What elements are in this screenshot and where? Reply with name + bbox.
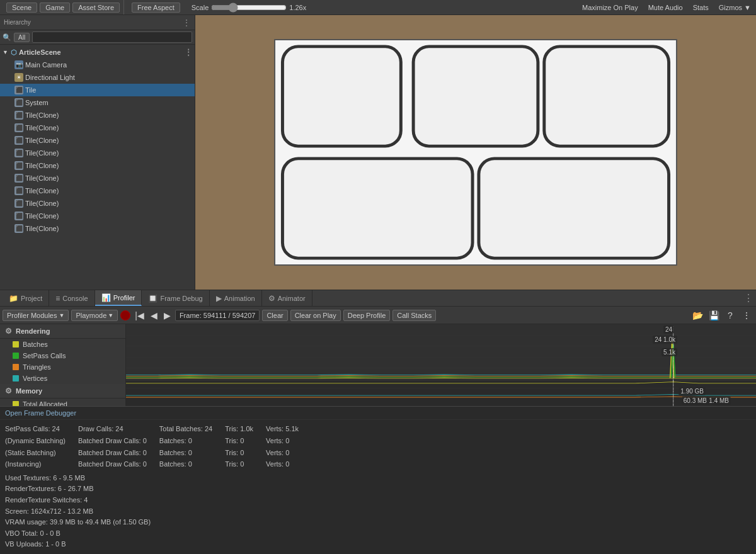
tab-animation[interactable]: ▶ Animation	[210, 290, 262, 306]
hierarchy-item-tile-clone-5[interactable]: ⬛ Tile(Clone)	[0, 159, 195, 172]
tab-console-label: Console	[62, 295, 88, 302]
tab-project[interactable]: 📁 Project	[3, 290, 49, 306]
clear-on-play-btn[interactable]: Clear on Play	[290, 310, 341, 321]
profiler-toolbar: Profiler Modules ▼ Playmode ▼ |◀ ◀ ▶ Fra…	[0, 307, 756, 324]
rendering-section-header[interactable]: ⚙ Rendering	[0, 324, 125, 339]
scene-arrow-icon: ▼	[3, 49, 9, 55]
hierarchy-item-directional-light[interactable]: ☀ Directional Light	[0, 71, 195, 84]
asset-store-btn[interactable]: Asset Store	[72, 3, 120, 13]
hierarchy-item-main-camera[interactable]: 📷 Main Camera	[0, 59, 195, 71]
memory-section-header[interactable]: ⚙ Memory	[0, 384, 125, 399]
hierarchy-menu-icon[interactable]: ⋮	[182, 18, 191, 28]
call-stacks-btn[interactable]: Call Stacks	[392, 310, 436, 321]
render-textures-stat: RenderTextures: 6 - 26.7 MB	[5, 483, 751, 495]
batches-stat-0c: Batches: 0	[159, 459, 212, 470]
hierarchy-search-input[interactable]	[32, 31, 192, 43]
hierarchy-content: ▼ ⬡ ArticleScene ⋮ 📷 Main Camera ☀ Direc…	[0, 45, 195, 290]
camera-icon: 📷	[14, 60, 23, 69]
profiler-modules-btn[interactable]: Profiler Modules ▼	[3, 310, 69, 321]
stats-col-setpass: SetPass Calls: 24 (Dynamic Batching) (St…	[5, 424, 66, 470]
label-60mb-value: 60.3 MB	[684, 397, 707, 404]
rendering-triangles-item: Triangles	[0, 361, 125, 373]
gizmos-btn[interactable]: Gizmos ▼	[716, 3, 753, 13]
tris-stat: Tris: 1.0k	[225, 424, 253, 435]
hierarchy-item-tile-clone-7[interactable]: ⬛ Tile(Clone)	[0, 184, 195, 197]
hierarchy-label: Hierarchy	[4, 19, 31, 26]
batches-stat-0b: Batches: 0	[159, 448, 212, 459]
hierarchy-item-tile-clone-2[interactable]: ⬛ Tile(Clone)	[0, 122, 195, 134]
all-btn[interactable]: All	[14, 33, 30, 42]
graph-label-1-90gb: 1.90 GB	[679, 387, 706, 395]
hierarchy-item-tile-clone-6[interactable]: ⬛ Tile(Clone)	[0, 172, 195, 184]
svg-rect-2	[413, 47, 538, 146]
game-tab-btn[interactable]: Game	[40, 3, 70, 13]
hierarchy-item-tile[interactable]: ⬛ Tile	[0, 84, 195, 96]
vram-stat: VRAM usage: 39.9 MB to 49.4 MB (of 1.50 …	[5, 517, 751, 528]
open-frame-debugger-btn[interactable]: Open Frame Debugger	[0, 406, 756, 420]
prev-btn[interactable]: ◀	[149, 310, 159, 320]
vertices-label: Vertices	[23, 375, 47, 382]
hierarchy-item-tile-clone-8[interactable]: ⬛ Tile(Clone)	[0, 197, 195, 210]
memory-gear-icon: ⚙	[5, 387, 12, 395]
tab-frame-debug-label: Frame Debug	[160, 295, 202, 302]
cube-icon: ⬛	[14, 174, 23, 183]
profiler-more-btn[interactable]: ⋮	[740, 308, 753, 322]
mute-audio-btn[interactable]: Mute Audio	[646, 3, 685, 13]
load-icon-btn[interactable]: 📂	[690, 308, 704, 322]
animator-icon: ⚙	[268, 294, 275, 303]
verts-stat-0c: Verts: 0	[266, 459, 299, 470]
batched-draw-calls-stat-0c: Batched Draw Calls: 0	[78, 459, 147, 470]
hierarchy-item-system[interactable]: ⬛ System	[0, 96, 195, 109]
tab-animator[interactable]: ⚙ Animator	[262, 290, 312, 306]
stats-btn[interactable]: Stats	[690, 3, 711, 13]
item-label: Tile(Clone)	[25, 174, 59, 182]
help-icon-btn[interactable]: ?	[723, 308, 737, 322]
tab-frame-debug[interactable]: 🔲 Frame Debug	[142, 290, 209, 306]
frame-counter: Frame: 594111 / 594207	[175, 310, 260, 321]
prev-first-btn[interactable]: |◀	[133, 310, 146, 320]
save-icon-btn[interactable]: 💾	[707, 308, 721, 322]
deep-profile-btn[interactable]: Deep Profile	[343, 310, 391, 321]
scene-tab-btn[interactable]: Scene	[6, 3, 37, 13]
tab-console[interactable]: ≡ Console	[49, 290, 94, 306]
next-btn[interactable]: ▶	[162, 310, 173, 320]
screen-stat: Screen: 1624x712 - 13.2 MB	[5, 506, 751, 517]
free-aspect-btn[interactable]: Free Aspect	[132, 3, 180, 13]
static-batching-stat: (Static Batching)	[5, 448, 66, 459]
label-24-top-value: 24	[665, 326, 672, 333]
tabs-more-btn[interactable]: ⋮	[743, 292, 753, 304]
setpass-label: SetPass Calls	[23, 352, 66, 359]
scale-slider[interactable]	[211, 3, 287, 13]
cube-icon: ⬛	[14, 186, 23, 195]
clear-btn[interactable]: Clear	[262, 310, 287, 321]
hierarchy-item-tile-clone-10[interactable]: ⬛ Tile(Clone)	[0, 222, 195, 235]
label-24-1k-value: 24 1.0k	[655, 336, 675, 343]
hierarchy-item-tile-clone-1[interactable]: ⬛ Tile(Clone)	[0, 109, 195, 122]
playmode-btn[interactable]: Playmode ▼	[71, 310, 118, 321]
scene-menu-icon[interactable]: ⋮	[185, 48, 192, 57]
tab-profiler[interactable]: 📊 Profiler	[95, 290, 142, 306]
modules-chevron-icon: ▼	[59, 312, 64, 319]
stats-col-batches: Total Batches: 24 Batches: 0 Batches: 0 …	[159, 424, 212, 470]
scene-tab-section: Scene Game Asset Store	[3, 0, 124, 14]
maximize-on-play-btn[interactable]: Maximize On Play	[580, 3, 641, 13]
cube-icon: ⬛	[14, 224, 23, 233]
hierarchy-item-tile-clone-9[interactable]: ⬛ Tile(Clone)	[0, 210, 195, 222]
record-btn[interactable]	[120, 310, 130, 320]
batched-draw-calls-stat-0b: Batched Draw Calls: 0	[78, 448, 147, 459]
hierarchy-item-tile-clone-4[interactable]: ⬛ Tile(Clone)	[0, 147, 195, 159]
rendering-gear-icon: ⚙	[5, 327, 12, 336]
hierarchy-item-tile-clone-3[interactable]: ⬛ Tile(Clone)	[0, 134, 195, 147]
cube-icon: ⬛	[14, 212, 23, 220]
hierarchy-panel: Hierarchy ⋮ 🔍 All ▼ ⬡ ArticleScene ⋮ 📷 M…	[0, 15, 195, 290]
hierarchy-scene-root[interactable]: ▼ ⬡ ArticleScene ⋮	[0, 46, 195, 59]
graph-label-1-4mb: 1.4 MB	[707, 397, 731, 405]
setpass-calls-stat: SetPass Calls: 24	[5, 424, 66, 435]
svg-rect-3	[544, 47, 669, 146]
scale-section: Scale 1.26x	[188, 3, 316, 13]
batches-label: Batches	[23, 341, 48, 348]
scene-game-area	[195, 15, 756, 290]
batches-stat-0: Batches: 0	[159, 436, 212, 447]
scale-value: 1.26x	[289, 4, 311, 11]
animation-icon: ▶	[216, 294, 222, 303]
